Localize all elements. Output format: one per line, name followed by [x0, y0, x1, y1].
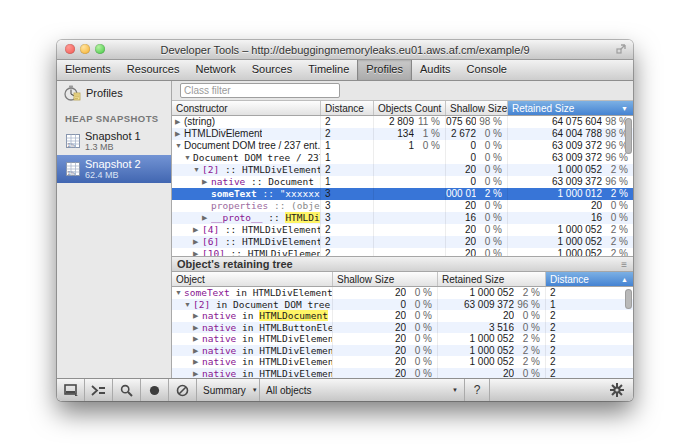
constructor-cell: ▼[2] :: HTMLDivElement ( — [172, 164, 321, 176]
disclosure-arrow-icon[interactable]: ▶ — [193, 248, 202, 256]
tab-profiles[interactable]: Profiles — [357, 60, 412, 80]
help-button[interactable]: ? — [465, 379, 489, 401]
constructor-cell: ▶(string) — [172, 116, 321, 128]
table-row[interactable]: ▼[2] :: HTMLDivElement (2200 %1 000 0522… — [172, 164, 633, 176]
disclosure-arrow-icon[interactable]: ▼ — [175, 140, 184, 152]
distance-cell: 3 — [321, 188, 374, 200]
table-row[interactable]: ▼[2] in Document DOM tree /00 %63 009 37… — [172, 299, 633, 311]
retained-size-cell: 64 075 60498 % — [508, 116, 633, 128]
disclosure-arrow-icon[interactable]: ▶ — [193, 310, 202, 322]
column-header-distance[interactable]: Distance — [321, 101, 374, 115]
tab-sources[interactable]: Sources — [244, 60, 300, 80]
table-row[interactable]: ▶[10] :: HTMLDivElement2200 %1 000 0522 … — [172, 248, 633, 256]
disclosure-arrow-icon[interactable]: ▼ — [175, 287, 184, 299]
splitter-grip-icon[interactable]: ≡ — [621, 259, 627, 270]
distance-cell: 2 — [546, 322, 633, 334]
disclosure-arrow-icon[interactable]: ▶ — [193, 356, 202, 368]
retained-size-cell: 1 000 0122 % — [508, 188, 633, 200]
shallow-size-cell: 200 % — [333, 356, 438, 368]
show-console-button[interactable] — [85, 379, 112, 401]
row-label: [10] :: HTMLDivElement — [202, 248, 320, 256]
disclosure-arrow-icon[interactable]: ▶ — [193, 224, 202, 236]
constructor-cell: ▼Document DOM tree / 237 ent... — [172, 140, 321, 152]
table-row[interactable]: ▶native in HTMLDivElement200 %1 000 0522… — [172, 345, 633, 357]
settings-gear-button[interactable] — [610, 379, 633, 401]
view-mode-select[interactable]: Summary ▼ — [197, 379, 259, 401]
row-label: (string) — [184, 116, 215, 128]
shallow-size-cell: 200 % — [333, 345, 438, 357]
table-row[interactable]: ▶[6] :: HTMLDivElement (2200 %1 000 0522… — [172, 236, 633, 248]
class-filter-input[interactable] — [180, 83, 340, 98]
objects-filter-select[interactable]: All objects ▼ — [260, 379, 464, 401]
row-label: [2] in Document DOM tree / — [193, 299, 332, 311]
disclosure-arrow-icon[interactable]: ▶ — [175, 128, 184, 140]
column-header-constructor[interactable]: Constructor — [172, 101, 321, 115]
sidebar-profiles-header[interactable]: Profiles — [57, 81, 171, 105]
table-row[interactable]: ▼someText in HTMLDivElement @200 %1 000 … — [172, 287, 633, 299]
svg-text:Σ%: Σ% — [68, 170, 76, 176]
vertical-scrollbar-thumb[interactable] — [625, 289, 632, 309]
record-button[interactable] — [141, 379, 168, 401]
search-button[interactable] — [113, 379, 140, 401]
table-row[interactable]: ▶(string)22 80911 %075 60498 %64 075 604… — [172, 116, 633, 128]
table-row[interactable]: properties :: (objec3200 %200 % — [172, 200, 633, 212]
disclosure-arrow-icon[interactable]: ▶ — [175, 116, 184, 128]
table-row[interactable]: ▶native in HTMLDocument @200 %200 %2 — [172, 310, 633, 322]
disclosure-arrow-icon[interactable]: ▶ — [193, 333, 202, 345]
disclosure-arrow-icon[interactable]: ▼ — [184, 152, 193, 164]
table-row[interactable]: ▶native in HTMLDivElement200 %1 000 0522… — [172, 333, 633, 345]
table-row[interactable]: ▶native :: Document D100 %63 009 37296 % — [172, 176, 633, 188]
column-header-shallow-size[interactable]: Shallow Size — [333, 272, 438, 286]
row-label: Document DOM tree / 237 ( — [193, 152, 320, 164]
undock-resize-icon[interactable] — [615, 44, 626, 55]
column-header-retained-size[interactable]: Retained Size — [438, 272, 546, 286]
close-button[interactable] — [65, 44, 75, 54]
constructor-cell: ▶[6] :: HTMLDivElement ( — [172, 236, 321, 248]
tab-elements[interactable]: Elements — [57, 60, 119, 80]
tab-audits[interactable]: Audits — [412, 60, 459, 80]
panel-tab-bar: Elements Resources Network Sources Timel… — [57, 60, 633, 81]
shallow-size-cell: 200 % — [446, 164, 508, 176]
sidebar-item-snapshot-1[interactable]: Σ% Snapshot 1 1.3 MB — [57, 127, 171, 155]
tab-console[interactable]: Console — [459, 60, 515, 80]
table-row[interactable]: ▶HTMLDivElement21341 %2 6720 %64 004 788… — [172, 128, 633, 140]
column-header-object[interactable]: Object — [172, 272, 333, 286]
dock-side-button[interactable] — [57, 379, 84, 401]
object-cell: ▶native in HTMLButtonElem — [172, 322, 333, 334]
table-row[interactable]: ▶native in HTMLDivElement200 %200 %2 — [172, 368, 633, 379]
disclosure-arrow-icon[interactable]: ▼ — [184, 299, 193, 311]
gear-icon — [610, 383, 624, 397]
shallow-size-cell: 200 % — [446, 224, 508, 236]
disclosure-arrow-icon[interactable]: ▶ — [193, 322, 202, 334]
table-row[interactable]: ▶native in HTMLButtonElem200 %3 5160 %2 — [172, 322, 633, 334]
column-header-distance[interactable]: Distance ▲ — [546, 272, 633, 286]
column-header-retained-size[interactable]: Retained Size ▼ — [508, 101, 633, 115]
table-row[interactable]: ▼Document DOM tree / 237 (100 %63 009 37… — [172, 152, 633, 164]
tab-network[interactable]: Network — [187, 60, 243, 80]
clear-button[interactable] — [169, 379, 196, 401]
tab-timeline[interactable]: Timeline — [300, 60, 357, 80]
minimize-button[interactable] — [80, 44, 90, 54]
disclosure-arrow-icon[interactable]: ▶ — [193, 368, 202, 379]
shallow-size-cell: 00 % — [446, 140, 508, 152]
table-row[interactable]: ▶__proto__ :: HTMLDiv3160 %160 % — [172, 212, 633, 224]
vertical-scrollbar-thumb[interactable] — [625, 118, 632, 154]
disclosure-arrow-icon[interactable]: ▶ — [202, 212, 211, 224]
sort-ascending-icon: ▲ — [621, 273, 628, 286]
table-row[interactable]: someText :: "xxxxxxx3000 0122 %1 000 012… — [172, 188, 633, 200]
column-header-shallow-size[interactable]: Shallow Size — [446, 101, 508, 115]
disclosure-arrow-icon[interactable]: ▼ — [193, 164, 202, 176]
clear-icon — [176, 384, 189, 397]
column-header-objects-count[interactable]: Objects Count — [374, 101, 446, 115]
zoom-button[interactable] — [95, 44, 105, 54]
table-row[interactable]: ▼Document DOM tree / 237 ent...110 %00 %… — [172, 140, 633, 152]
objects-count-cell — [374, 212, 446, 224]
tab-resources[interactable]: Resources — [119, 60, 188, 80]
table-row[interactable]: ▶[4] :: HTMLDivElement (2200 %1 000 0522… — [172, 224, 633, 236]
sidebar-item-snapshot-2[interactable]: Σ% Snapshot 2 62.4 MB — [57, 155, 171, 183]
disclosure-arrow-icon[interactable]: ▶ — [202, 176, 211, 188]
distance-cell: 2 — [321, 224, 374, 236]
table-row[interactable]: ▶native in HTMLDivElement200 %1 000 0522… — [172, 356, 633, 368]
disclosure-arrow-icon[interactable]: ▶ — [193, 236, 202, 248]
disclosure-arrow-icon[interactable]: ▶ — [193, 345, 202, 357]
